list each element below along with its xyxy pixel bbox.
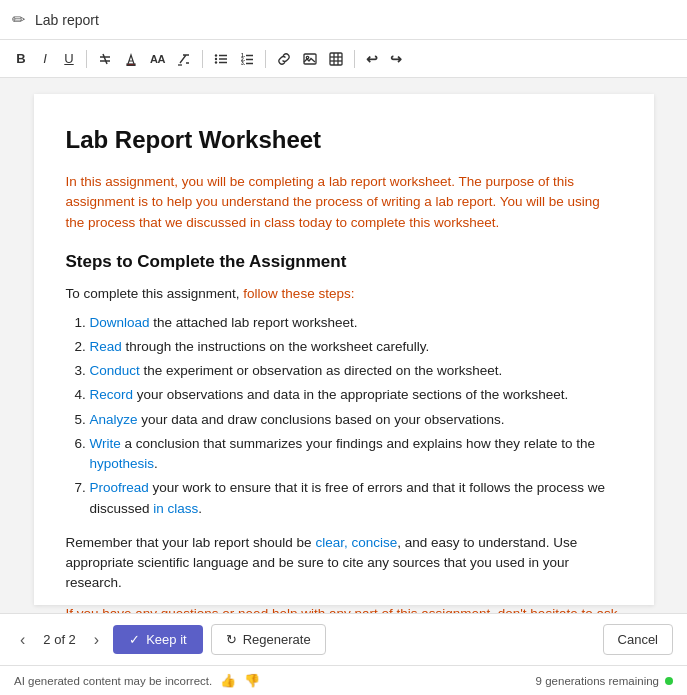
- status-right: 9 generations remaining: [536, 675, 673, 687]
- undo-btn[interactable]: ↩: [361, 48, 383, 70]
- document: Lab Report Worksheet In this assignment,…: [34, 94, 654, 605]
- clear-format-btn[interactable]: [172, 48, 196, 69]
- page-indicator: 2 of 2: [43, 632, 76, 647]
- font-size-btn[interactable]: AA: [145, 50, 170, 68]
- generations-remaining: 9 generations remaining: [536, 675, 659, 687]
- svg-rect-3: [127, 64, 135, 66]
- list-item: Conduct the experiment or observation as…: [90, 361, 622, 381]
- svg-line-2: [103, 54, 107, 64]
- bold-btn[interactable]: B: [10, 48, 32, 69]
- list-item: Download the attached lab report workshe…: [90, 313, 622, 333]
- regenerate-icon: ↻: [226, 632, 237, 647]
- document-title: Lab Report Worksheet: [66, 122, 622, 158]
- image-btn[interactable]: [298, 48, 322, 69]
- bullets-btn[interactable]: [209, 48, 233, 69]
- steps-list: Download the attached lab report workshe…: [66, 313, 622, 519]
- prev-page-button[interactable]: ‹: [14, 627, 31, 653]
- link-btn[interactable]: [272, 48, 296, 69]
- cancel-button[interactable]: Cancel: [603, 624, 673, 655]
- underline-btn[interactable]: U: [58, 48, 80, 69]
- next-page-button[interactable]: ›: [88, 627, 105, 653]
- action-bar: ‹ 2 of 2 › ✓ Keep it ↻ Regenerate Cancel: [0, 613, 687, 665]
- status-bar: AI generated content may be incorrect. 👍…: [0, 665, 687, 695]
- ai-disclaimer: AI generated content may be incorrect.: [14, 675, 212, 687]
- italic-btn[interactable]: I: [34, 48, 56, 69]
- status-left: AI generated content may be incorrect. 👍…: [14, 673, 260, 688]
- list-item: Read through the instructions on the wor…: [90, 337, 622, 357]
- keep-label: Keep it: [146, 632, 186, 647]
- thumbs-up-icon[interactable]: 👍: [220, 673, 236, 688]
- keep-button[interactable]: ✓ Keep it: [113, 625, 202, 654]
- table-btn[interactable]: [324, 48, 348, 69]
- edit-icon: ✏: [12, 10, 25, 29]
- section-title: Steps to Complete the Assignment: [66, 249, 622, 275]
- list-item: Proofread your work to ensure that it is…: [90, 478, 622, 519]
- status-dot: [665, 677, 673, 685]
- svg-point-9: [215, 61, 217, 63]
- steps-intro: To complete this assignment, follow thes…: [66, 284, 622, 304]
- content-area: Lab Report Worksheet In this assignment,…: [0, 78, 687, 613]
- font-color-btn[interactable]: [119, 48, 143, 69]
- toolbar-sep-3: [265, 50, 266, 68]
- list-item: Record your observations and data in the…: [90, 385, 622, 405]
- toolbar-sep-4: [354, 50, 355, 68]
- svg-text:3.: 3.: [241, 60, 246, 66]
- strikethrough-btn[interactable]: [93, 48, 117, 69]
- thumbs-down-icon[interactable]: 👎: [244, 673, 260, 688]
- redo-btn[interactable]: ↪: [385, 48, 407, 70]
- keep-icon: ✓: [129, 632, 140, 647]
- document-footer: If you have any questions or need help w…: [66, 604, 622, 614]
- toolbar-sep-1: [86, 50, 87, 68]
- svg-point-7: [215, 58, 217, 60]
- toolbar-sep-2: [202, 50, 203, 68]
- regenerate-button[interactable]: ↻ Regenerate: [211, 624, 326, 655]
- numbering-btn[interactable]: 1.2.3.: [235, 48, 259, 69]
- svg-rect-19: [330, 53, 342, 65]
- svg-point-18: [306, 56, 308, 58]
- document-remember: Remember that your lab report should be …: [66, 533, 622, 594]
- title-bar: ✏: [0, 0, 687, 40]
- svg-point-5: [215, 54, 217, 56]
- list-item: Write a conclusion that summarizes your …: [90, 434, 622, 475]
- regenerate-label: Regenerate: [243, 632, 311, 647]
- document-intro: In this assignment, you will be completi…: [66, 172, 622, 233]
- title-input[interactable]: [35, 12, 675, 28]
- list-item: Analyze your data and draw conclusions b…: [90, 410, 622, 430]
- toolbar: B I U AA 1.2.3. ↩ ↪: [0, 40, 687, 78]
